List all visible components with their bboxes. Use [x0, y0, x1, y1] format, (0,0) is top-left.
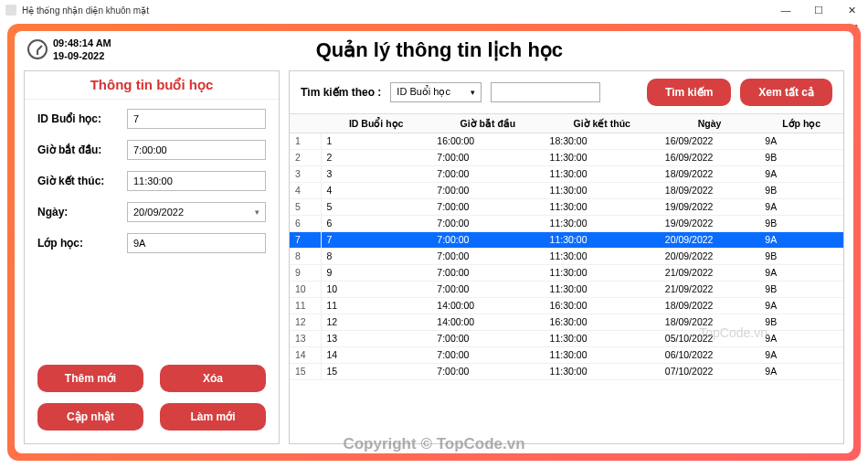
page-title: Quản lý thông tin lịch học — [111, 38, 767, 62]
current-time: 09:48:14 AM — [53, 37, 111, 49]
data-grid[interactable]: ID Buổi họcGiờ bắt đầuGiờ kết thúcNgàyLớ… — [290, 114, 843, 443]
column-header[interactable]: Ngày — [660, 114, 760, 133]
chevron-down-icon: ▾ — [471, 88, 475, 97]
form-panel: Thông tin buổi học ID Buổi học: Giờ bắt … — [24, 70, 280, 444]
chevron-down-icon: ▾ — [255, 207, 259, 217]
input-start[interactable] — [127, 140, 266, 160]
table-row[interactable]: 997:00:0011:30:0021/09/20229A — [290, 264, 843, 281]
search-field-select[interactable]: ID Buổi học▾ — [390, 82, 482, 102]
column-header[interactable]: ID Buổi học — [321, 114, 431, 133]
list-panel: Tìm kiếm theo : ID Buổi học▾ Tìm kiếm Xe… — [289, 70, 844, 444]
column-header[interactable] — [290, 114, 321, 133]
label-date: Ngày: — [37, 206, 120, 218]
column-header[interactable]: Lớp học — [759, 114, 843, 133]
table-row[interactable]: 887:00:0011:30:0020/09/20229B — [290, 248, 843, 264]
table-row[interactable]: 337:00:0011:30:0018/09/20229A — [290, 165, 843, 182]
input-id[interactable] — [127, 109, 266, 129]
input-class[interactable] — [127, 233, 266, 253]
table-row[interactable]: 777:00:0011:30:0020/09/20229A — [290, 231, 843, 248]
window-title: Hệ thống nhận diện khuôn mặt — [22, 5, 149, 16]
minimize-button[interactable]: — — [769, 0, 802, 20]
table-row[interactable]: 557:00:0011:30:0019/09/20229A — [290, 198, 843, 215]
table-row[interactable]: 447:00:0011:30:0018/09/20229B — [290, 182, 843, 198]
close-button[interactable]: ✕ — [835, 0, 868, 20]
app-icon — [5, 5, 16, 16]
table-row[interactable]: 111114:00:0016:30:0018/09/20229A — [290, 297, 843, 314]
label-end: Giờ kết thúc: — [37, 175, 120, 187]
table-row[interactable]: 121214:00:0016:30:0018/09/20229B — [290, 314, 843, 330]
table-row[interactable]: 1116:00:0018:30:0016/09/20229A — [290, 133, 843, 149]
current-date: 19-09-2022 — [53, 49, 111, 62]
label-id: ID Buổi học: — [37, 112, 120, 125]
maximize-button[interactable]: ☐ — [802, 0, 835, 20]
label-start: Giờ bắt đầu: — [37, 144, 120, 156]
view-all-button[interactable]: Xem tất cả — [740, 79, 832, 106]
table-row[interactable]: 10107:00:0011:30:0021/09/20229B — [290, 281, 843, 297]
column-header[interactable]: Giờ bắt đầu — [431, 114, 544, 133]
input-date[interactable]: 20/09/2022▾ — [127, 202, 266, 222]
search-label: Tìm kiếm theo : — [301, 86, 381, 99]
delete-button[interactable]: Xóa — [160, 365, 266, 392]
label-class: Lớp học: — [37, 237, 120, 250]
table-row[interactable]: 13137:00:0011:30:0005/10/20229A — [290, 330, 843, 346]
app-frame: 09:48:14 AM 19-09-2022 Quản lý thông tin… — [7, 24, 861, 461]
form-title: Thông tin buổi học — [25, 71, 279, 100]
table-row[interactable]: 667:00:0011:30:0019/09/20229B — [290, 215, 843, 231]
search-input[interactable] — [491, 82, 600, 102]
table-row[interactable]: 15157:00:0011:30:0007/10/20229A — [290, 363, 843, 379]
refresh-button[interactable]: Làm mới — [160, 403, 266, 431]
window-titlebar: Hệ thống nhận diện khuôn mặt — ☐ ✕ — [0, 0, 868, 20]
table-row[interactable]: 227:00:0011:30:0016/09/20229B — [290, 149, 843, 165]
search-button[interactable]: Tìm kiếm — [647, 79, 731, 106]
clock-icon — [27, 39, 48, 59]
update-button[interactable]: Cập nhật — [37, 403, 143, 431]
table-row[interactable]: 14147:00:0011:30:0006/10/20229A — [290, 346, 843, 363]
add-button[interactable]: Thêm mới — [37, 365, 143, 392]
column-header[interactable]: Giờ kết thúc — [545, 114, 660, 133]
input-end[interactable] — [127, 171, 266, 191]
